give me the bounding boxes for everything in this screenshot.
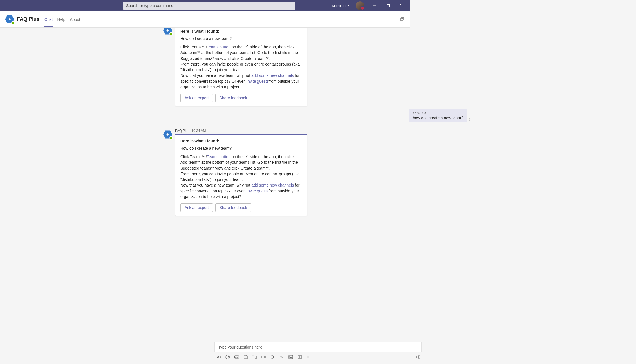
tab-chat[interactable]: Chat xyxy=(44,11,53,27)
tab-help[interactable]: Help xyxy=(57,11,66,27)
title-bar: Search or type a command Microsoft xyxy=(0,0,410,11)
ask-expert-button[interactable]: Ask an expert xyxy=(180,94,213,102)
user-bubble[interactable]: 10:34 AM how do i create a new team? xyxy=(409,109,410,122)
close-button[interactable] xyxy=(396,0,407,11)
card-body: Click Teams** !Teams button on the left … xyxy=(180,44,302,90)
teams-button-link[interactable]: Teams button xyxy=(207,45,230,49)
presence-available-icon xyxy=(11,21,15,24)
search-placeholder: Search or type a command xyxy=(126,3,173,8)
org-name: Microsoft xyxy=(332,4,347,8)
maximize-button[interactable] xyxy=(383,0,394,11)
bot-message: ✦ FAQ Plus 10:34 AM Here is what I found… xyxy=(163,129,307,216)
share-feedback-button[interactable]: Share feedback xyxy=(215,94,251,102)
card-question: How do I create a new team? xyxy=(180,146,302,150)
share-feedback-button[interactable]: Share feedback xyxy=(215,203,251,212)
global-search-input[interactable]: Search or type a command xyxy=(123,2,295,10)
minimize-button[interactable] xyxy=(369,0,380,11)
bot-message: ✦ Here is what I found: How do I create … xyxy=(163,28,307,106)
app-header: ✦ FAQ Plus Chat Help About xyxy=(0,11,410,28)
answer-card: Here is what I found: How do I create a … xyxy=(175,134,307,216)
tab-about[interactable]: About xyxy=(70,11,80,27)
card-heading: Here is what I found: xyxy=(180,29,302,33)
popout-icon[interactable] xyxy=(400,17,405,22)
app-title: FAQ Plus xyxy=(17,16,39,22)
org-switcher[interactable]: Microsoft xyxy=(332,4,351,8)
teams-button-link[interactable]: Teams button xyxy=(207,154,230,159)
chat-area: ✦ Here is what I found: How do I create … xyxy=(0,28,410,235)
ask-expert-button[interactable]: Ask an expert xyxy=(180,203,213,212)
svg-rect-0 xyxy=(387,5,390,7)
app-icon: ✦ xyxy=(5,15,14,24)
user-avatar[interactable] xyxy=(356,1,364,10)
card-question: How do I create a new team? xyxy=(180,36,302,41)
sender-name: FAQ Plus xyxy=(175,129,189,133)
tab-bar: Chat Help About xyxy=(44,11,80,27)
invite-guests-link[interactable]: invite guests xyxy=(247,189,269,193)
add-channels-link[interactable]: add some new channels xyxy=(251,73,294,78)
invite-guests-link[interactable]: invite guests xyxy=(247,79,269,84)
message-meta: FAQ Plus 10:34 AM xyxy=(175,129,307,133)
card-body: Click Teams** !Teams button on the left … xyxy=(180,154,302,199)
user-message: 10:34 AM how do i create a new team? xyxy=(409,109,410,122)
chevron-down-icon xyxy=(348,4,351,7)
card-heading: Here is what I found: xyxy=(180,139,302,143)
bot-avatar: ✦ xyxy=(163,28,172,35)
add-channels-link[interactable]: add some new channels xyxy=(251,183,294,187)
message-timestamp: 10:34 AM xyxy=(192,129,206,133)
answer-card: Here is what I found: How do I create a … xyxy=(175,28,307,106)
bot-avatar: ✦ xyxy=(163,130,172,139)
